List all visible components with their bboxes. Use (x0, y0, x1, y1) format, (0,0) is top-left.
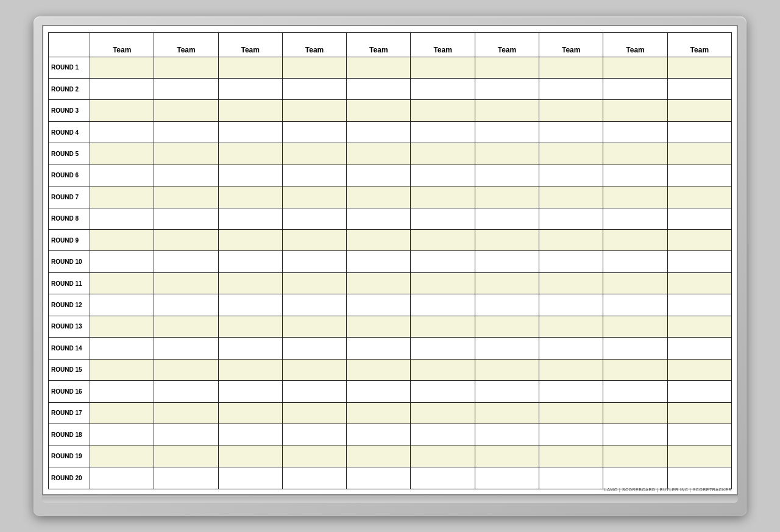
cell-r18-c3[interactable] (218, 424, 282, 445)
cell-r2-c10[interactable] (667, 78, 731, 99)
cell-r20-c2[interactable] (154, 467, 218, 489)
cell-r8-c10[interactable] (667, 208, 731, 229)
cell-r4-c1[interactable] (90, 121, 154, 143)
cell-r11-c10[interactable] (667, 272, 731, 294)
cell-r20-c5[interactable] (347, 467, 411, 489)
cell-r19-c5[interactable] (347, 445, 411, 467)
cell-r9-c8[interactable] (539, 230, 603, 251)
cell-r20-c3[interactable] (218, 467, 282, 489)
cell-r14-c1[interactable] (90, 338, 154, 359)
cell-r16-c8[interactable] (539, 381, 603, 402)
cell-r11-c1[interactable] (90, 272, 154, 294)
cell-r17-c5[interactable] (347, 402, 411, 424)
cell-r13-c6[interactable] (411, 316, 475, 337)
cell-r20-c7[interactable] (475, 467, 539, 489)
cell-r10-c2[interactable] (154, 251, 218, 272)
cell-r18-c5[interactable] (347, 424, 411, 445)
cell-r9-c7[interactable] (475, 230, 539, 251)
cell-r6-c2[interactable] (154, 165, 218, 186)
cell-r11-c4[interactable] (282, 272, 346, 294)
cell-r13-c7[interactable] (475, 316, 539, 337)
cell-r17-c3[interactable] (218, 402, 282, 424)
cell-r4-c6[interactable] (411, 121, 475, 143)
cell-r2-c9[interactable] (603, 78, 667, 99)
cell-r16-c2[interactable] (154, 381, 218, 402)
cell-r15-c10[interactable] (667, 359, 731, 380)
cell-r10-c3[interactable] (218, 251, 282, 272)
cell-r6-c6[interactable] (411, 165, 475, 186)
cell-r6-c3[interactable] (218, 165, 282, 186)
cell-r8-c5[interactable] (347, 208, 411, 229)
cell-r18-c2[interactable] (154, 424, 218, 445)
cell-r8-c2[interactable] (154, 208, 218, 229)
cell-r5-c9[interactable] (603, 143, 667, 165)
cell-r5-c10[interactable] (667, 143, 731, 165)
cell-r11-c3[interactable] (218, 272, 282, 294)
cell-r12-c6[interactable] (411, 294, 475, 316)
cell-r1-c4[interactable] (282, 57, 346, 78)
cell-r1-c2[interactable] (154, 57, 218, 78)
cell-r8-c7[interactable] (475, 208, 539, 229)
cell-r18-c4[interactable] (282, 424, 346, 445)
cell-r7-c5[interactable] (347, 186, 411, 208)
cell-r1-c9[interactable] (603, 57, 667, 78)
cell-r8-c6[interactable] (411, 208, 475, 229)
cell-r14-c9[interactable] (603, 338, 667, 359)
cell-r4-c9[interactable] (603, 121, 667, 143)
cell-r17-c7[interactable] (475, 402, 539, 424)
cell-r3-c4[interactable] (282, 100, 346, 121)
cell-r17-c2[interactable] (154, 402, 218, 424)
cell-r8-c1[interactable] (90, 208, 154, 229)
cell-r18-c10[interactable] (667, 424, 731, 445)
cell-r4-c10[interactable] (667, 121, 731, 143)
cell-r9-c6[interactable] (411, 230, 475, 251)
cell-r17-c6[interactable] (411, 402, 475, 424)
cell-r13-c2[interactable] (154, 316, 218, 337)
cell-r1-c10[interactable] (667, 57, 731, 78)
cell-r14-c4[interactable] (282, 338, 346, 359)
cell-r2-c7[interactable] (475, 78, 539, 99)
cell-r11-c2[interactable] (154, 272, 218, 294)
cell-r4-c3[interactable] (218, 121, 282, 143)
cell-r9-c9[interactable] (603, 230, 667, 251)
cell-r9-c2[interactable] (154, 230, 218, 251)
cell-r19-c10[interactable] (667, 445, 731, 467)
cell-r5-c3[interactable] (218, 143, 282, 165)
cell-r5-c1[interactable] (90, 143, 154, 165)
cell-r16-c4[interactable] (282, 381, 346, 402)
cell-r6-c7[interactable] (475, 165, 539, 186)
cell-r7-c3[interactable] (218, 186, 282, 208)
cell-r6-c10[interactable] (667, 165, 731, 186)
cell-r10-c8[interactable] (539, 251, 603, 272)
cell-r12-c5[interactable] (347, 294, 411, 316)
cell-r9-c10[interactable] (667, 230, 731, 251)
cell-r7-c1[interactable] (90, 186, 154, 208)
cell-r1-c5[interactable] (347, 57, 411, 78)
cell-r10-c6[interactable] (411, 251, 475, 272)
cell-r19-c6[interactable] (411, 445, 475, 467)
cell-r2-c6[interactable] (411, 78, 475, 99)
cell-r14-c7[interactable] (475, 338, 539, 359)
cell-r9-c1[interactable] (90, 230, 154, 251)
cell-r8-c4[interactable] (282, 208, 346, 229)
cell-r2-c1[interactable] (90, 78, 154, 99)
cell-r20-c4[interactable] (282, 467, 346, 489)
cell-r15-c9[interactable] (603, 359, 667, 380)
cell-r15-c5[interactable] (347, 359, 411, 380)
cell-r15-c8[interactable] (539, 359, 603, 380)
cell-r1-c3[interactable] (218, 57, 282, 78)
cell-r3-c8[interactable] (539, 100, 603, 121)
cell-r15-c2[interactable] (154, 359, 218, 380)
cell-r1-c6[interactable] (411, 57, 475, 78)
cell-r2-c2[interactable] (154, 78, 218, 99)
cell-r2-c8[interactable] (539, 78, 603, 99)
cell-r11-c7[interactable] (475, 272, 539, 294)
cell-r7-c7[interactable] (475, 186, 539, 208)
cell-r15-c4[interactable] (282, 359, 346, 380)
cell-r1-c8[interactable] (539, 57, 603, 78)
cell-r12-c3[interactable] (218, 294, 282, 316)
cell-r19-c2[interactable] (154, 445, 218, 467)
cell-r12-c1[interactable] (90, 294, 154, 316)
cell-r6-c4[interactable] (282, 165, 346, 186)
cell-r14-c3[interactable] (218, 338, 282, 359)
